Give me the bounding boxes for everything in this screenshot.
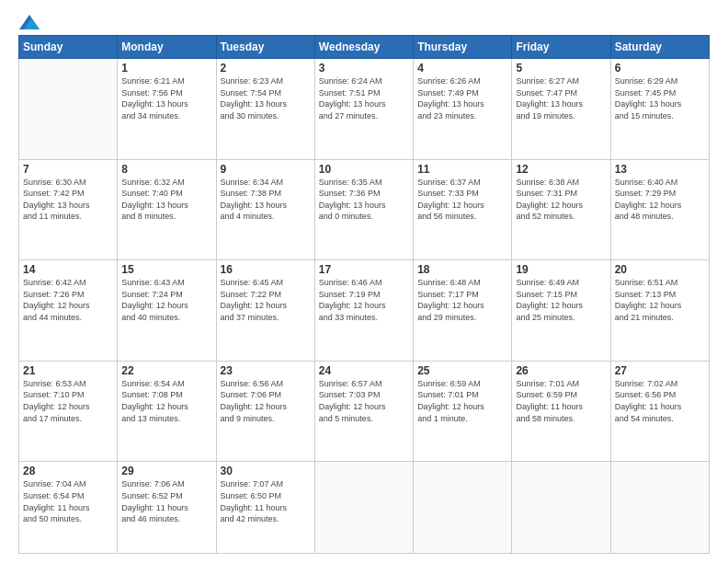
day-info: Sunrise: 6:48 AM Sunset: 7:17 PM Dayligh… xyxy=(417,277,507,323)
calendar-cell: 1Sunrise: 6:21 AM Sunset: 7:56 PM Daylig… xyxy=(118,59,216,160)
calendar-cell: 25Sunrise: 6:59 AM Sunset: 7:01 PM Dayli… xyxy=(414,361,512,462)
day-info: Sunrise: 6:37 AM Sunset: 7:33 PM Dayligh… xyxy=(417,177,507,223)
day-info: Sunrise: 6:56 AM Sunset: 7:06 PM Dayligh… xyxy=(221,378,311,424)
calendar-cell: 19Sunrise: 6:49 AM Sunset: 7:15 PM Dayli… xyxy=(512,260,610,362)
day-info: Sunrise: 6:53 AM Sunset: 7:10 PM Dayligh… xyxy=(23,378,113,424)
calendar-cell: 22Sunrise: 6:54 AM Sunset: 7:08 PM Dayli… xyxy=(118,361,216,462)
day-info: Sunrise: 6:51 AM Sunset: 7:13 PM Dayligh… xyxy=(615,277,705,323)
day-number: 26 xyxy=(516,364,606,377)
day-info: Sunrise: 7:04 AM Sunset: 6:54 PM Dayligh… xyxy=(23,478,113,524)
calendar-header-thursday: Thursday xyxy=(414,36,512,59)
logo-icon xyxy=(19,15,40,29)
calendar-week-2: 7Sunrise: 6:30 AM Sunset: 7:42 PM Daylig… xyxy=(19,159,710,260)
day-info: Sunrise: 6:30 AM Sunset: 7:42 PM Dayligh… xyxy=(23,177,113,223)
day-info: Sunrise: 6:21 AM Sunset: 7:56 PM Dayligh… xyxy=(121,75,211,121)
day-number: 17 xyxy=(319,263,409,276)
day-number: 25 xyxy=(417,364,507,377)
calendar-cell xyxy=(512,462,610,554)
day-info: Sunrise: 6:42 AM Sunset: 7:26 PM Dayligh… xyxy=(23,277,113,323)
calendar-cell: 2Sunrise: 6:23 AM Sunset: 7:54 PM Daylig… xyxy=(216,59,314,160)
calendar-cell: 6Sunrise: 6:29 AM Sunset: 7:45 PM Daylig… xyxy=(610,59,709,160)
calendar-cell: 14Sunrise: 6:42 AM Sunset: 7:26 PM Dayli… xyxy=(19,260,118,362)
calendar-cell: 29Sunrise: 7:06 AM Sunset: 6:52 PM Dayli… xyxy=(118,462,216,554)
day-info: Sunrise: 6:40 AM Sunset: 7:29 PM Dayligh… xyxy=(615,177,705,223)
calendar-cell: 12Sunrise: 6:38 AM Sunset: 7:31 PM Dayli… xyxy=(512,159,610,260)
day-info: Sunrise: 6:49 AM Sunset: 7:15 PM Dayligh… xyxy=(516,277,606,323)
calendar-header-monday: Monday xyxy=(118,36,216,59)
day-info: Sunrise: 6:38 AM Sunset: 7:31 PM Dayligh… xyxy=(516,177,606,223)
day-info: Sunrise: 6:59 AM Sunset: 7:01 PM Dayligh… xyxy=(417,378,507,424)
day-number: 4 xyxy=(417,62,507,75)
day-number: 20 xyxy=(615,263,705,276)
page: SundayMondayTuesdayWednesdayThursdayFrid… xyxy=(0,0,728,563)
calendar-cell: 8Sunrise: 6:32 AM Sunset: 7:40 PM Daylig… xyxy=(118,159,216,260)
calendar-cell xyxy=(19,59,118,160)
calendar-cell: 3Sunrise: 6:24 AM Sunset: 7:51 PM Daylig… xyxy=(314,59,413,160)
day-number: 2 xyxy=(221,62,311,75)
calendar-cell: 9Sunrise: 6:34 AM Sunset: 7:38 PM Daylig… xyxy=(216,159,314,260)
calendar-cell: 16Sunrise: 6:45 AM Sunset: 7:22 PM Dayli… xyxy=(216,260,314,362)
calendar-week-4: 21Sunrise: 6:53 AM Sunset: 7:10 PM Dayli… xyxy=(19,361,710,462)
day-info: Sunrise: 7:01 AM Sunset: 6:59 PM Dayligh… xyxy=(516,378,606,424)
calendar-cell: 20Sunrise: 6:51 AM Sunset: 7:13 PM Dayli… xyxy=(610,260,709,362)
calendar-cell: 21Sunrise: 6:53 AM Sunset: 7:10 PM Dayli… xyxy=(19,361,118,462)
calendar-header-saturday: Saturday xyxy=(610,36,709,59)
day-number: 30 xyxy=(221,465,311,477)
day-number: 24 xyxy=(319,364,409,377)
day-info: Sunrise: 6:35 AM Sunset: 7:36 PM Dayligh… xyxy=(319,177,409,223)
calendar-cell: 15Sunrise: 6:43 AM Sunset: 7:24 PM Dayli… xyxy=(118,260,216,362)
day-number: 11 xyxy=(417,163,507,176)
calendar-cell: 10Sunrise: 6:35 AM Sunset: 7:36 PM Dayli… xyxy=(314,159,413,260)
day-info: Sunrise: 6:54 AM Sunset: 7:08 PM Dayligh… xyxy=(121,378,211,424)
day-number: 5 xyxy=(516,62,606,75)
day-number: 14 xyxy=(23,263,113,276)
header xyxy=(18,15,710,26)
calendar-cell: 4Sunrise: 6:26 AM Sunset: 7:49 PM Daylig… xyxy=(414,59,512,160)
calendar-cell: 23Sunrise: 6:56 AM Sunset: 7:06 PM Dayli… xyxy=(216,361,314,462)
calendar-cell xyxy=(314,462,413,554)
day-number: 12 xyxy=(516,163,606,176)
day-info: Sunrise: 7:02 AM Sunset: 6:56 PM Dayligh… xyxy=(615,378,705,424)
calendar-header-tuesday: Tuesday xyxy=(216,36,314,59)
calendar-header-row: SundayMondayTuesdayWednesdayThursdayFrid… xyxy=(19,36,710,59)
day-number: 16 xyxy=(221,263,311,276)
day-info: Sunrise: 6:23 AM Sunset: 7:54 PM Dayligh… xyxy=(221,75,311,121)
calendar-header-friday: Friday xyxy=(512,36,610,59)
day-number: 1 xyxy=(121,62,211,75)
calendar-cell: 5Sunrise: 6:27 AM Sunset: 7:47 PM Daylig… xyxy=(512,59,610,160)
day-info: Sunrise: 6:45 AM Sunset: 7:22 PM Dayligh… xyxy=(221,277,311,323)
day-info: Sunrise: 6:46 AM Sunset: 7:19 PM Dayligh… xyxy=(319,277,409,323)
day-number: 3 xyxy=(319,62,409,75)
calendar-cell: 7Sunrise: 6:30 AM Sunset: 7:42 PM Daylig… xyxy=(19,159,118,260)
day-number: 23 xyxy=(221,364,311,377)
day-info: Sunrise: 6:32 AM Sunset: 7:40 PM Dayligh… xyxy=(121,177,211,223)
day-info: Sunrise: 6:24 AM Sunset: 7:51 PM Dayligh… xyxy=(319,75,409,121)
calendar-cell xyxy=(414,462,512,554)
calendar-cell: 27Sunrise: 7:02 AM Sunset: 6:56 PM Dayli… xyxy=(610,361,709,462)
day-number: 27 xyxy=(615,364,705,377)
calendar-cell: 28Sunrise: 7:04 AM Sunset: 6:54 PM Dayli… xyxy=(19,462,118,554)
day-number: 29 xyxy=(121,465,211,477)
day-info: Sunrise: 7:07 AM Sunset: 6:50 PM Dayligh… xyxy=(221,478,311,524)
day-number: 21 xyxy=(23,364,113,377)
day-number: 13 xyxy=(615,163,705,176)
day-number: 18 xyxy=(417,263,507,276)
day-number: 6 xyxy=(615,62,705,75)
calendar-cell: 24Sunrise: 6:57 AM Sunset: 7:03 PM Dayli… xyxy=(314,361,413,462)
day-info: Sunrise: 6:57 AM Sunset: 7:03 PM Dayligh… xyxy=(319,378,409,424)
logo xyxy=(18,15,40,26)
calendar-table: SundayMondayTuesdayWednesdayThursdayFrid… xyxy=(18,35,710,554)
calendar-cell: 26Sunrise: 7:01 AM Sunset: 6:59 PM Dayli… xyxy=(512,361,610,462)
day-number: 15 xyxy=(121,263,211,276)
calendar-header-sunday: Sunday xyxy=(19,36,118,59)
calendar-header-wednesday: Wednesday xyxy=(314,36,413,59)
day-info: Sunrise: 6:29 AM Sunset: 7:45 PM Dayligh… xyxy=(615,75,705,121)
day-number: 19 xyxy=(516,263,606,276)
calendar-week-1: 1Sunrise: 6:21 AM Sunset: 7:56 PM Daylig… xyxy=(19,59,710,160)
calendar-cell: 18Sunrise: 6:48 AM Sunset: 7:17 PM Dayli… xyxy=(414,260,512,362)
day-info: Sunrise: 6:43 AM Sunset: 7:24 PM Dayligh… xyxy=(121,277,211,323)
calendar-cell: 30Sunrise: 7:07 AM Sunset: 6:50 PM Dayli… xyxy=(216,462,314,554)
calendar-week-3: 14Sunrise: 6:42 AM Sunset: 7:26 PM Dayli… xyxy=(19,260,710,362)
calendar-cell: 17Sunrise: 6:46 AM Sunset: 7:19 PM Dayli… xyxy=(314,260,413,362)
day-info: Sunrise: 6:27 AM Sunset: 7:47 PM Dayligh… xyxy=(516,75,606,121)
